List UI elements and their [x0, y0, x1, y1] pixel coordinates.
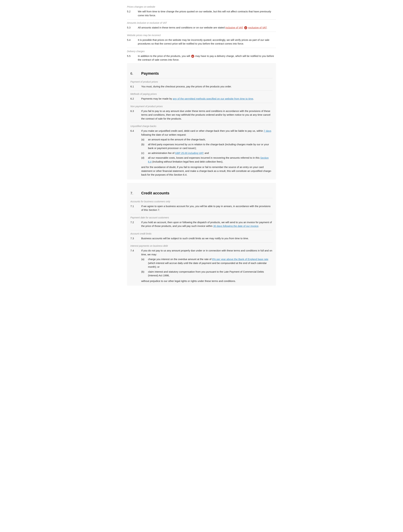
sublist-letter-c: (c): [141, 151, 146, 155]
subsection-6-3-label: Non payment of product prices: [130, 105, 273, 108]
section-6-block: 6. Payments Payment of product prices 6.…: [127, 63, 276, 179]
clause-5-3: 5.3 All amounts stated in these terms an…: [127, 26, 276, 30]
section-6-header: 6. Payments: [130, 71, 273, 76]
clause-7-3: 7.3 Business accounts will be subject to…: [130, 237, 273, 241]
7-days-link[interactable]: 7 days: [264, 129, 271, 132]
sublist-body-b: all third party expenses incurred by us …: [148, 143, 273, 150]
sublist-item-b: (b) all third party expenses incurred by…: [141, 143, 273, 150]
sublist-body-d: all our reasonable costs, losses and exp…: [148, 156, 273, 164]
clause-body-7-2: If you hold an account, then upon or fol…: [141, 221, 273, 228]
sublist-letter-d: (d): [141, 156, 146, 164]
clause-num-7-3: 7.3: [130, 237, 139, 241]
clause-num-6-3: 6.3: [130, 109, 139, 121]
clause-num-5-5: 5.5: [127, 54, 135, 62]
section-6-num: 6.: [130, 71, 137, 76]
section-6-4-link-d[interactable]: Section 6.4: [148, 156, 269, 163]
clause-body-5-3: All amounts stated in these terms and co…: [138, 26, 276, 30]
section-7-title: Credit accounts: [141, 190, 169, 196]
clause-body-5-5: In addition to the price of the products…: [138, 54, 276, 62]
section-6-title: Payments: [141, 71, 159, 76]
sublist-item-a: (a) an amount equal to the amount of the…: [141, 138, 273, 142]
payment-methods-link[interactable]: any of the permitted methods specified o…: [173, 97, 253, 100]
clause-num-6-2: 6.2: [130, 97, 139, 101]
subsection-6-1-label: Payment of product prices: [130, 80, 273, 84]
sublist-7-4-item-a: (a) charge you interest on the overdue a…: [141, 257, 273, 269]
sublist-item-d: (d) all our reasonable costs, losses and…: [141, 156, 273, 164]
30-days-link[interactable]: 30 days following the date of our invoic…: [213, 225, 258, 227]
or-badge-1: or: [244, 26, 247, 29]
exclusive-of-vat: exclusive of VAT: [248, 26, 266, 29]
clause-body-6-1: You must, during the checkout process, p…: [141, 85, 273, 89]
clause-body-7-4: If you do not pay to us any amount prope…: [141, 249, 273, 283]
subsection-7-1-label: Accounts for business customers only: [130, 200, 273, 203]
clause-body-7-1: If we agree to open a business account f…: [141, 204, 273, 212]
clause-6-2: 6.2 Payments may be made by any of the p…: [130, 97, 273, 101]
clause-5-5: 5.5 In addition to the price of the prod…: [127, 54, 276, 62]
or-badge-2: or: [191, 55, 194, 58]
subsection-7-4-label: Interest payments on business debt: [130, 244, 273, 248]
clause-num-6-1: 6.1: [130, 85, 139, 89]
interest-rate-link[interactable]: 8% per year above the Bank of England ba…: [212, 258, 268, 260]
sublist-body-a: an amount equal to the amount of the cha…: [148, 138, 273, 142]
subsection-6-4-label: Unjustified charge-backs: [130, 124, 273, 128]
section-7-header: 7. Credit accounts: [130, 190, 273, 196]
sublist-letter-a: (a): [141, 138, 146, 142]
clause-6-3: 6.3 If you fail to pay to us any amount …: [130, 109, 273, 121]
clause-5-4: 5.4 It is possible that prices on the we…: [127, 38, 276, 46]
admin-fee-link[interactable]: GBP 25.00 including VAT: [175, 152, 203, 154]
sublist-7-4-item-b: (b) claim interest and statutory compens…: [141, 270, 273, 278]
clause-num-5-3: 5.3: [127, 26, 135, 30]
clause-7-4: 7.4 If you do not pay to us any amount p…: [130, 249, 273, 283]
sublist-7-4-letter-b: (b): [141, 270, 146, 278]
clause-num-5-4: 5.4: [127, 38, 135, 46]
subsection-6-2-label: Methods of paying prices: [130, 92, 273, 96]
section-7-num: 7.: [130, 191, 137, 196]
clause-7-4-sublist: (a) charge you interest on the overdue a…: [141, 257, 273, 278]
clause-6-1: 6.1 You must, during the checkout proces…: [130, 85, 273, 89]
sublist-item-c: (c) an administration fee of GBP 25.00 i…: [141, 151, 273, 155]
subsection-prices-changes-label: Prices changes on website: [127, 5, 276, 9]
section5-continuation: Prices changes on website 5.2 We will fr…: [127, 5, 276, 62]
sublist-letter-b: (b): [141, 143, 146, 150]
clause-body-6-2: Payments may be made by any of the permi…: [141, 97, 273, 101]
clause-body-5-4: It is possible that prices on the websit…: [138, 38, 276, 46]
clause-body-7-3: Business accounts will be subject to suc…: [141, 237, 273, 241]
subsection-vat-label: Amounts inclusive or exclusive of VAT: [127, 21, 276, 25]
subsection-7-2-label: Payment date for account customers: [130, 216, 273, 219]
clause-7-1: 7.1 If we agree to open a business accou…: [130, 204, 273, 212]
sublist-7-4-letter-a: (a): [141, 257, 146, 269]
clause-6-4: 6.4 If you make an unjustified credit ca…: [130, 129, 273, 177]
clause-7-4-continuation: without prejudice to our other legal rig…: [141, 279, 273, 283]
clause-5-2: 5.2 We will from time to time change the…: [127, 10, 276, 17]
clause-num-7-1: 7.1: [130, 204, 139, 212]
clause-num-6-4: 6.4: [130, 129, 139, 177]
clause-body-6-4: If you make an unjustified credit card, …: [141, 129, 273, 177]
clause-num-5-2: 5.2: [127, 10, 135, 17]
subsection-prices-incorrect-label: Website prices may be incorrect: [127, 33, 276, 37]
clause-num-7-2: 7.2: [130, 221, 139, 228]
clause-body-6-3: If you fail to pay to us any amount due …: [141, 109, 273, 121]
clause-num-7-4: 7.4: [130, 249, 139, 283]
clause-7-2: 7.2 If you hold an account, then upon or…: [130, 221, 273, 228]
sublist-7-4-body-b: claim interest and statutory compensatio…: [148, 270, 273, 278]
inclusive-of-vat: inclusive of VAT: [225, 26, 243, 29]
subsection-delivery-label: Delivery charges: [127, 50, 276, 53]
clause-6-4-sublist: (a) an amount equal to the amount of the…: [141, 138, 273, 164]
section-7-block: 7. Credit accounts Accounts for business…: [127, 183, 276, 286]
subsection-7-3-label: Account credit limits: [130, 232, 273, 235]
sublist-7-4-body-a: charge you interest on the overdue amoun…: [148, 257, 273, 269]
clause-6-4-continuation: and for the avoidance of doubt, if you f…: [141, 165, 273, 177]
sublist-body-c: an administration fee of GBP 25.00 inclu…: [148, 151, 273, 155]
clause-body-5-2: We will from time to time change the pri…: [138, 10, 276, 17]
